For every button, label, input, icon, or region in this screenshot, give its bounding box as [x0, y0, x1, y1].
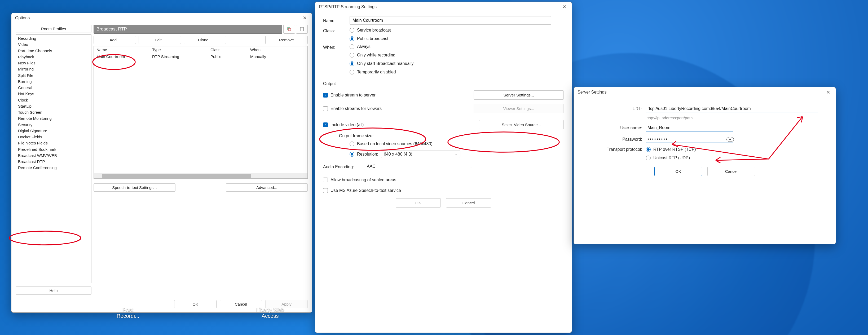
include-video-checkbox[interactable]: Include video (all) — [323, 122, 364, 127]
sidebar-item[interactable]: Broadcast RTP — [16, 158, 91, 164]
advanced-button[interactable]: Advanced... — [226, 183, 308, 192]
url-label: URL: — [581, 106, 642, 111]
sidebar-item[interactable]: Mirroring — [16, 66, 91, 72]
close-icon[interactable]: ✕ — [825, 89, 832, 95]
chevron-down-icon: ⌄ — [455, 152, 458, 156]
output-heading: Output — [323, 81, 564, 86]
options-window: Options ✕ Room Profiles RecordingVideoPa… — [11, 13, 312, 313]
rtsp-title: RTSP/RTP Streaming Settings — [319, 4, 377, 9]
close-icon[interactable]: ✕ — [301, 15, 308, 21]
transport-label: Transport protocol: — [581, 147, 642, 152]
cancel-button[interactable]: Cancel — [220, 300, 262, 308]
sidebar-item[interactable]: Burning — [16, 79, 91, 85]
server-settings-window: Server Settings ✕ URL: rtsp://ip_address… — [574, 87, 836, 244]
speech-to-text-button[interactable]: Speech-to-text Settings... — [94, 183, 176, 192]
name-input[interactable] — [349, 16, 551, 25]
sidebar-item[interactable]: Recording — [16, 35, 91, 41]
reveal-password-icon[interactable] — [726, 137, 734, 142]
sidebar-item[interactable]: Playback — [16, 54, 91, 60]
tp-tcp-radio[interactable]: RTP over RTSP (TCP) — [646, 147, 696, 152]
password-label: Password: — [581, 137, 642, 142]
options-titlebar: Options ✕ — [11, 13, 312, 23]
when-disabled-radio[interactable]: Temporarily disabled — [349, 70, 413, 74]
rtsp-settings-window: RTSP/RTP Streaming Settings ✕ Name: Clas… — [315, 2, 572, 333]
name-label: Name: — [323, 18, 346, 23]
user-input[interactable] — [646, 124, 733, 131]
frame-resolution-radio[interactable]: Resolution: 640 x 480 (4:3)⌄ — [349, 151, 564, 158]
server-settings-button[interactable]: Server Settings... — [474, 90, 564, 100]
copy-profile-icon[interactable] — [283, 25, 295, 34]
close-icon[interactable]: ✕ — [561, 4, 568, 10]
sidebar-item[interactable]: Split File — [16, 72, 91, 79]
ok-button[interactable]: OK — [654, 167, 702, 176]
url-input[interactable] — [646, 105, 818, 112]
sidebar-item[interactable]: Remote Monitoring — [16, 115, 91, 121]
server-titlebar: Server Settings ✕ — [574, 87, 836, 97]
sidebar-item[interactable]: Hot Keys — [16, 91, 91, 97]
options-title: Options — [15, 16, 30, 21]
room-profiles-button[interactable]: Room Profiles — [16, 25, 91, 33]
allow-sealed-checkbox[interactable]: Allow broadcasting of sealed areas — [323, 178, 564, 182]
sidebar-item[interactable]: Part-time Channels — [16, 48, 91, 54]
audio-select[interactable]: AAC⌄ — [364, 163, 475, 170]
tp-udp-radio[interactable]: Unicast RTP (UDP) — [646, 156, 696, 160]
svg-rect-3 — [301, 27, 303, 28]
when-always-radio[interactable]: Always — [349, 44, 413, 49]
svg-rect-1 — [288, 28, 291, 31]
url-hint: rtsp://ip_address:port/path — [646, 116, 828, 120]
cancel-button[interactable]: Cancel — [446, 198, 491, 208]
class-service-radio[interactable]: Service broadcast — [349, 28, 391, 33]
table-row[interactable]: Main CourtroomRTP StreamingPublicManuall… — [94, 53, 307, 60]
frame-based-radio[interactable]: Based on local video sources (640x480) — [349, 142, 564, 146]
svg-rect-2 — [300, 27, 304, 31]
sidebar-item[interactable]: File Notes Fields — [16, 140, 91, 146]
sidebar-item[interactable]: Digital Signature — [16, 128, 91, 134]
server-title: Server Settings — [578, 90, 607, 95]
sidebar-item[interactable]: Docket Fields — [16, 134, 91, 140]
add-button[interactable]: Add... — [94, 36, 136, 44]
sidebar-item[interactable]: Video — [16, 41, 91, 48]
profile-header: Broadcast RTP — [94, 25, 282, 34]
class-label: Class: — [323, 28, 346, 33]
enable-viewers-checkbox[interactable]: Enable streams for viewers — [323, 106, 382, 111]
remove-button[interactable]: Remove — [265, 36, 308, 44]
sidebar-item[interactable]: New Files — [16, 60, 91, 66]
col-when[interactable]: When — [248, 47, 307, 53]
when-label: When: — [323, 44, 346, 50]
when-recording-radio[interactable]: Only while recording — [349, 53, 413, 58]
class-public-radio[interactable]: Public broadcast — [349, 36, 391, 41]
azure-stt-checkbox[interactable]: Use MS Azure Speech-to-text service — [323, 188, 564, 193]
resolution-select[interactable]: 640 x 480 (4:3)⌄ — [381, 151, 460, 158]
help-button[interactable]: Help — [16, 286, 91, 295]
options-sidebar: RecordingVideoPart-time ChannelsPlayback… — [16, 34, 91, 283]
ok-button[interactable]: OK — [396, 198, 441, 208]
svg-rect-0 — [287, 28, 290, 30]
table-hscrollbar[interactable] — [94, 173, 307, 178]
audio-label: Audio Encoding: — [323, 164, 360, 170]
desktop-shortcut-label: Liberty Web Access — [256, 307, 284, 319]
viewer-settings-button: Viewer Settings... — [474, 104, 564, 113]
col-name[interactable]: Name — [94, 47, 150, 53]
enable-server-checkbox[interactable]: Enable stream to server — [323, 93, 376, 97]
sidebar-item[interactable]: Touch Screen — [16, 109, 91, 115]
sidebar-item[interactable]: StartUp — [16, 103, 91, 109]
rtsp-titlebar: RTSP/RTP Streaming Settings ✕ — [315, 2, 572, 11]
when-manual-radio[interactable]: Only start Broadcast manually — [349, 61, 413, 66]
sidebar-item[interactable]: Predefined Bookmark — [16, 146, 91, 152]
edit-button[interactable]: Edit... — [138, 36, 181, 44]
col-class[interactable]: Class — [208, 47, 248, 53]
sidebar-item[interactable]: Broadcast WMV/WEB — [16, 152, 91, 158]
ok-button[interactable]: OK — [174, 300, 217, 308]
col-type[interactable]: Type — [150, 47, 208, 53]
frame-size-label: Output frame size: — [339, 133, 564, 138]
sidebar-item[interactable]: General — [16, 85, 91, 91]
password-input[interactable] — [646, 136, 733, 143]
sidebar-item[interactable]: Remote Conferencing — [16, 164, 91, 171]
sidebar-item[interactable]: Security — [16, 122, 91, 128]
profiles-table: Name Type Class When Main CourtroomRTP S… — [94, 46, 308, 179]
sidebar-item[interactable]: Clock — [16, 97, 91, 103]
cancel-button[interactable]: Cancel — [707, 167, 755, 176]
clone-button[interactable]: Clone... — [184, 36, 226, 44]
select-video-button[interactable]: Select Video Source... — [479, 120, 564, 129]
paste-profile-icon[interactable] — [296, 25, 308, 34]
